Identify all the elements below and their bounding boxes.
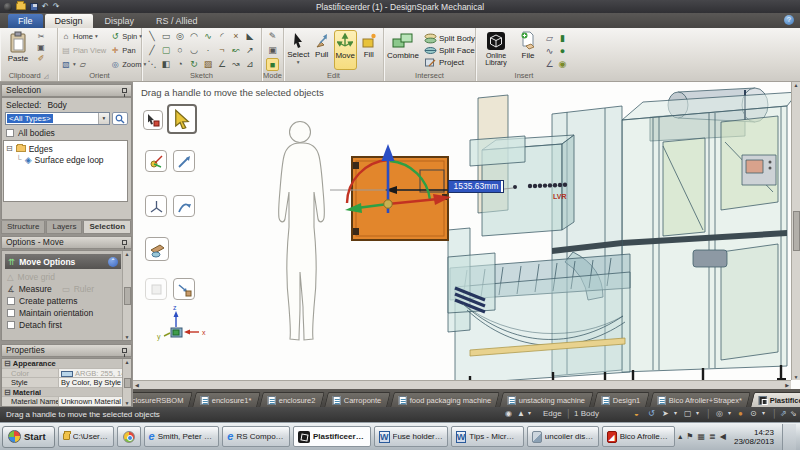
taskbar-item-designspark[interactable]: Plastificeerd...	[293, 426, 371, 447]
viewport-hscrollbar[interactable]: ◀ ▶	[133, 380, 791, 389]
anchor-guide-button[interactable]	[145, 150, 167, 172]
section-mode-icon[interactable]: ▣	[266, 44, 279, 57]
tab-rs-allied[interactable]: RS / Allied	[146, 14, 208, 28]
collapse-chevron-icon[interactable]: ˆ	[108, 257, 118, 267]
move-grid-option[interactable]: △ Move grid	[2, 271, 131, 283]
snap-sphere-icon[interactable]: ◉	[505, 409, 512, 418]
create-patterns-checkbox[interactable]	[7, 297, 15, 305]
doc-tab[interactable]: food packaging machine	[390, 392, 500, 407]
material-name-row[interactable]: Material Name Unknown Material	[2, 397, 131, 407]
insert-file-button[interactable]: File	[516, 30, 540, 60]
scroll-up-icon[interactable]: ▲	[125, 251, 130, 257]
tab-display[interactable]: Display	[95, 14, 145, 28]
properties-scrollbar[interactable]: ▲ ▼	[122, 359, 131, 406]
tab-file[interactable]: File	[8, 14, 43, 28]
select-tool-button[interactable]: Select ▾	[287, 30, 309, 65]
sketch-tool-icon[interactable]: ▨	[201, 58, 215, 72]
tab-structure[interactable]: Structure	[1, 221, 45, 234]
fill-tool-button[interactable]: Fill	[358, 30, 380, 59]
hardhat-icon[interactable]: ◒	[634, 409, 639, 418]
chevron-down-icon[interactable]: ▾	[696, 409, 699, 416]
move-to-button[interactable]	[145, 237, 169, 261]
split-face-button[interactable]: Split Face	[424, 45, 475, 56]
tree-item-edges[interactable]: ⊟ Edges	[6, 143, 125, 154]
plan-view-button[interactable]: ▤Plan View	[61, 44, 106, 56]
doc-tab[interactable]: Design1	[593, 392, 649, 407]
sketch-tool-icon[interactable]: ◜	[215, 30, 229, 44]
taskbar-item-word-tips[interactable]: W Tips - Microsoft...	[451, 426, 524, 447]
scroll-thumb[interactable]	[793, 211, 800, 251]
tab-layers[interactable]: Layers	[46, 221, 82, 234]
taskbar-item-sketchup[interactable]: ◢ Bico Afroller +S...	[602, 426, 676, 447]
sketch-tool-icon[interactable]: ⊿	[243, 58, 257, 72]
sketch-tool-icon[interactable]: ¬	[215, 44, 229, 58]
sphere-icon[interactable]: ●	[738, 409, 743, 418]
tree-collapse-icon[interactable]: ⊟	[6, 144, 13, 153]
pin-icon[interactable]	[122, 240, 127, 245]
machine-model[interactable]: LVR	[448, 88, 798, 389]
curve-guide-button[interactable]	[173, 195, 195, 217]
scroll-up-icon[interactable]: ▲	[794, 82, 799, 88]
cut-icon[interactable]: ✂	[35, 32, 47, 41]
sketch-tool-icon[interactable]: ◔	[173, 58, 187, 72]
move-origin-handle[interactable]	[384, 200, 392, 208]
format-painter-icon[interactable]: ✐	[35, 54, 47, 63]
taskbar-clock[interactable]: 14:23 23/08/2013	[730, 428, 778, 446]
sketch-tool-icon[interactable]: ╲	[145, 30, 159, 44]
compass-icon[interactable]: ◎	[716, 409, 723, 418]
sketch-tool-icon[interactable]: ◎	[173, 30, 187, 44]
doc-tab[interactable]: enclosure1*	[192, 392, 260, 407]
spin-icon[interactable]: ↺	[648, 409, 655, 418]
dialog-launcher-icon[interactable]: ◿	[44, 73, 49, 79]
maintain-orientation-checkbox[interactable]	[7, 309, 15, 317]
sketch-tool-icon[interactable]: ○	[173, 44, 187, 58]
insert-axis-icon[interactable]: ∿	[543, 45, 556, 58]
help-icon[interactable]: ?	[784, 15, 794, 25]
show-hidden-icons[interactable]: ▴	[678, 432, 682, 441]
marquee-icon[interactable]: ▢	[684, 409, 692, 418]
viewport-3d[interactable]: LVR	[133, 82, 800, 389]
doc-tab[interactable]: closureRSBOM	[133, 392, 193, 407]
all-bodies-checkbox[interactable]	[6, 129, 14, 137]
view-cube-button[interactable]: ▧▾▱	[61, 58, 106, 70]
scroll-down-icon[interactable]: ▼	[794, 374, 799, 380]
sketch-tool-icon[interactable]: ×	[229, 30, 243, 44]
scroll-thumb[interactable]	[124, 378, 131, 388]
snap-cone-icon[interactable]: ▲	[517, 409, 525, 418]
show-desktop-button[interactable]	[782, 424, 796, 450]
tab-selection[interactable]: Selection	[83, 221, 131, 234]
color-row[interactable]: Color ARGB: 255, 14	[2, 369, 131, 379]
start-button[interactable]: Start	[2, 426, 55, 448]
doc-tab[interactable]: Carroponte	[324, 392, 390, 407]
pin-icon[interactable]	[122, 348, 127, 353]
select-handle-button[interactable]	[167, 104, 197, 134]
doc-tab-active[interactable]: Plastificeerder (1)*×	[750, 392, 800, 407]
pin-icon[interactable]	[122, 88, 127, 93]
sketch-tool-icon[interactable]: ∿	[201, 30, 215, 44]
axes-guide-button[interactable]	[145, 195, 167, 217]
solid-mode-icon[interactable]: ■	[266, 58, 279, 71]
scroll-up-icon[interactable]: ▲	[125, 359, 130, 365]
split-body-button[interactable]: Split Body	[424, 33, 475, 44]
chevron-down-icon[interactable]: ▾	[728, 409, 731, 416]
signal-icon[interactable]: ≣	[709, 432, 716, 441]
move-options-header[interactable]: ⇈ Move Options ˆ	[5, 254, 121, 269]
detach-first-checkbox[interactable]	[7, 321, 15, 329]
material-group-row[interactable]: ⊟ Material	[2, 388, 131, 398]
create-patterns-option[interactable]: Create patterns	[2, 295, 131, 307]
sketch-tool-icon[interactable]: ▭	[159, 30, 173, 44]
sketch-mode-icon[interactable]: ✎	[266, 30, 279, 43]
sketch-tool-icon[interactable]: ◠	[187, 30, 201, 44]
taskbar-item-ie-smith[interactable]: e Smith, Peter - ...	[144, 426, 220, 447]
chevron-down-icon[interactable]: ▾	[762, 409, 765, 416]
tree-item-surface-edge-loop[interactable]: └ ◈ Surface edge loop	[6, 154, 125, 165]
insert-cylinder-icon[interactable]: ▮	[556, 32, 569, 45]
insert-origin-icon[interactable]: ∠	[543, 58, 556, 71]
move-tool-button[interactable]: Move	[334, 30, 357, 70]
search-button[interactable]	[112, 112, 128, 125]
taskbar-item-viewer[interactable]: uncoiler disass...	[527, 426, 599, 447]
mannequin-model[interactable]	[279, 122, 325, 341]
online-library-button[interactable]: Online Library	[479, 30, 513, 66]
dimension-input[interactable]: 1535.63mm	[448, 180, 504, 193]
scroll-left-icon[interactable]: ◀	[135, 382, 139, 388]
